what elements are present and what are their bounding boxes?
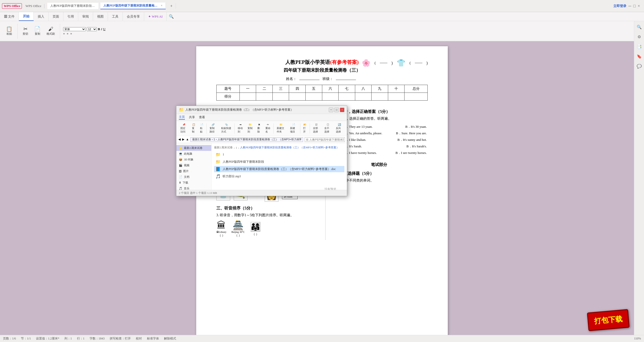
copy-icon: 📄 bbox=[34, 26, 41, 31]
cell-s8 bbox=[355, 93, 372, 101]
fe-up-btn[interactable]: ▲ bbox=[186, 138, 189, 141]
font-size-select[interactable]: 12 bbox=[87, 27, 97, 31]
menu-view[interactable]: 视图 bbox=[93, 12, 108, 21]
fe-btn-pin[interactable]: 📌 固定访问 bbox=[179, 123, 189, 134]
ribbon-cut[interactable]: ✂ 剪切 bbox=[21, 25, 30, 37]
menu-ref[interactable]: 引用 bbox=[63, 12, 78, 21]
fe-copypath-icon: 🔗 bbox=[212, 123, 215, 126]
doc-subtitle: 四年级下册期末阶段质量检测卷（三） bbox=[216, 67, 428, 73]
fe-sidebar-item-music[interactable]: 🎵 音乐 bbox=[176, 186, 211, 190]
bold-btn[interactable]: B bbox=[98, 27, 100, 31]
align-center-btn[interactable]: ≡ bbox=[67, 32, 68, 35]
tab-doc-inactive[interactable]: 人教PEP版四年级下册期末阶段质量检... bbox=[47, 3, 99, 9]
menu-bar: ☰ 文件 开始 插入 页面 引用 审阅 视图 工具 会员专享 ✦ WPS AI … bbox=[0, 12, 644, 21]
cell-s2 bbox=[256, 93, 273, 101]
fe-music-icon: 🎵 bbox=[179, 187, 182, 190]
search-btn[interactable]: 🔍 bbox=[169, 14, 174, 19]
ribbon-copy[interactable]: 📄 复制 bbox=[32, 25, 43, 37]
fe-sidebar-item-video[interactable]: 🎬 视频 bbox=[176, 162, 211, 168]
tab-close-btn[interactable]: × bbox=[161, 4, 163, 8]
fe-btn-rename[interactable]: ✏ 重命名 bbox=[264, 123, 272, 134]
section3-instruction: 3. 听录音，用数字1～5给下列图片排序。听两遍。 bbox=[216, 213, 318, 218]
cell-九: 九 bbox=[372, 85, 388, 93]
fe-sidebar-item-recent[interactable]: ⭐ 最新2.期末试卷 bbox=[176, 145, 211, 151]
fe-btn-copy[interactable]: 📋 复制 bbox=[190, 123, 197, 134]
font-family-select[interactable]: 宋体 bbox=[63, 27, 86, 31]
minimize-btn[interactable]: ─ bbox=[628, 4, 631, 8]
fe-btn-paste[interactable]: 📄 粘贴 bbox=[198, 123, 205, 134]
fe-newitem-icon: 📄 bbox=[292, 123, 295, 126]
fe-file-item-folder2[interactable]: 📁 人教PEP版四年级下册期末阶段 bbox=[214, 159, 344, 165]
fe-sidebar-item-pics[interactable]: 🖼 图片 bbox=[176, 168, 211, 174]
align-right-btn[interactable]: ≡ bbox=[70, 32, 72, 35]
menu-home[interactable]: 开始 bbox=[19, 12, 34, 21]
fe-address-input[interactable] bbox=[190, 137, 303, 142]
fe-btn-move[interactable]: ➡ 移动到 bbox=[236, 123, 245, 134]
fe-forward-btn[interactable]: ▶ bbox=[182, 138, 184, 141]
fe-btn-delete[interactable]: ✖ 删除 bbox=[256, 123, 262, 134]
fe-btn-invertsel[interactable]: 🔄 反向选择 bbox=[334, 123, 344, 134]
fe-selectnone-icon: ☐ bbox=[327, 123, 329, 126]
score-table-row1: 题号 一 二 三 四 五 六 七 八 九 十 总分 bbox=[217, 85, 428, 93]
menu-file[interactable]: ☰ 文件 bbox=[0, 12, 19, 21]
fe-tab-home[interactable]: 主页 bbox=[179, 115, 185, 120]
fe-btn-copypath[interactable]: 🔗 复制路径 bbox=[208, 123, 218, 134]
s3-img3: 👨‍👩‍👧 （ ） bbox=[250, 222, 261, 236]
fe-sidebar-item-thispc[interactable]: 💻 此电脑 bbox=[176, 151, 211, 157]
fe-addressbar: ◀ ▶ ▲ bbox=[176, 136, 347, 143]
ribbon-paste[interactable]: 📋 粘贴 bbox=[4, 25, 14, 37]
login-btn[interactable]: 立即登录 bbox=[613, 4, 626, 8]
fe-file-item-mp3[interactable]: 🎵 听力部分.mp3 bbox=[214, 173, 344, 180]
sidebar-icon3[interactable]: 📑 bbox=[636, 43, 643, 50]
status-view: 解除模式 bbox=[164, 336, 176, 341]
s3-img1-library: 🏛 bbox=[217, 220, 226, 231]
download-stamp[interactable]: 打包下载 bbox=[587, 309, 630, 331]
fe-btn-selectall[interactable]: ☑ 全部选择 bbox=[311, 123, 321, 134]
menu-insert[interactable]: 插入 bbox=[34, 12, 49, 21]
fe-file-item-doc[interactable]: 📘 人教PEP版四年级下册期末阶段质量检测卷（三）（含MP3+听力材料+参考答案… bbox=[214, 166, 344, 172]
sidebar-icon1[interactable]: 🔍 bbox=[636, 24, 643, 30]
fe-minimize-btn[interactable]: ─ bbox=[329, 108, 333, 112]
menu-vip[interactable]: 会员专享 bbox=[123, 12, 144, 21]
fe-btn-newfolder[interactable]: 📁 新建文件夹 bbox=[275, 123, 287, 134]
status-extra: 标准字体 bbox=[147, 336, 159, 341]
wps-logo-badge[interactable]: WPS Office bbox=[2, 3, 22, 9]
sidebar-icon2[interactable]: ⚙ bbox=[636, 33, 642, 40]
menu-page[interactable]: 页面 bbox=[49, 12, 63, 21]
fe-search-input[interactable] bbox=[305, 137, 345, 142]
fe-tab-share[interactable]: 共享 bbox=[189, 115, 195, 119]
cell-s9 bbox=[372, 93, 388, 101]
menu-wpsai[interactable]: ✦ WPS AI bbox=[144, 12, 167, 21]
fe-sidebar-item-downloads[interactable]: ⬇ 下载 bbox=[176, 180, 211, 186]
img-blank1 bbox=[380, 63, 387, 63]
fe-btn-open[interactable]: 📂 打开 bbox=[302, 123, 308, 134]
fe-btn-selectnone[interactable]: ☐ 全不选择 bbox=[323, 123, 333, 134]
fe-sidebar-item-docs[interactable]: 📄 文档 bbox=[176, 174, 211, 180]
ribbon-format-painter[interactable]: 🖌 格式刷 bbox=[45, 25, 57, 37]
fe-back-btn[interactable]: ◀ bbox=[178, 138, 181, 141]
fe-folder-icon-2: 📁 bbox=[216, 159, 221, 164]
sidebar-icon4[interactable]: 🔖 bbox=[636, 53, 643, 60]
fe-btn-pasteshortcut[interactable]: 📎 粘贴快捷方式 bbox=[220, 123, 233, 134]
menu-tools[interactable]: 工具 bbox=[108, 12, 123, 21]
maximize-btn[interactable]: □ bbox=[633, 4, 636, 8]
align-left-btn[interactable]: ≡ bbox=[63, 32, 65, 35]
menu-review[interactable]: 审阅 bbox=[78, 12, 93, 21]
close-app-btn[interactable]: × bbox=[638, 4, 640, 8]
italic-btn[interactable]: I bbox=[101, 27, 102, 31]
fe-file-item-folder1[interactable]: 📁 1 bbox=[214, 151, 344, 158]
fe-sidebar-item-3d[interactable]: 📦 3D 对象 bbox=[176, 157, 211, 162]
fe-maximize-btn[interactable]: □ bbox=[334, 108, 339, 112]
fe-btn-copyto[interactable]: 📁 复制到 bbox=[246, 123, 254, 134]
cell-四: 四 bbox=[289, 85, 306, 93]
fe-close-btn[interactable]: × bbox=[340, 108, 344, 112]
sidebar-icon5[interactable]: 💬 bbox=[636, 63, 643, 70]
underline-btn[interactable]: U bbox=[103, 27, 105, 31]
ribbon: 📋 粘贴 ✂ 剪切 📄 复制 🖌 格式刷 宋体 12 B I U ≡ ≡ ≡ bbox=[0, 21, 644, 41]
add-tab-btn[interactable]: + bbox=[167, 3, 176, 9]
fe-pin-icon: 📌 bbox=[182, 123, 185, 126]
cell-s1 bbox=[239, 93, 256, 101]
tab-doc-active[interactable]: 人教PEP版四年级下册期末阶段质量检测卷（三） × bbox=[100, 3, 166, 9]
fe-tab-view[interactable]: 查看 bbox=[199, 115, 205, 119]
fe-btn-newitem[interactable]: 📄 新建项目 bbox=[289, 123, 299, 134]
